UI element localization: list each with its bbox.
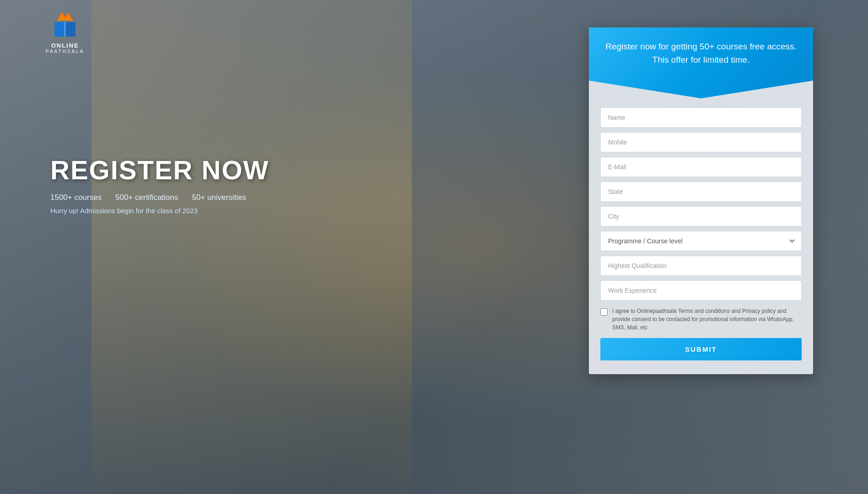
panel-header: Register now for getting 50+ courses fre…: [589, 27, 813, 98]
qualification-input[interactable]: [600, 256, 802, 276]
state-input[interactable]: [600, 182, 802, 202]
terms-checkbox[interactable]: [600, 308, 608, 316]
hero-title: REGISTER NOW: [50, 156, 269, 185]
stat-courses: 1500+ courses: [50, 193, 102, 202]
hero-stats: 1500+ courses 500+ certifications 50+ un…: [50, 193, 269, 202]
person-silhouette-area: [92, 0, 412, 494]
logo-name: ONLINE: [51, 42, 79, 49]
programme-field-wrapper: Programme / Course level Undergraduate P…: [600, 231, 802, 251]
name-field-wrapper: [600, 107, 802, 128]
name-input[interactable]: [600, 107, 802, 128]
submit-button[interactable]: SUBMIT: [600, 338, 802, 360]
logo-icon: [49, 9, 81, 41]
hero-content: REGISTER NOW 1500+ courses 500+ certific…: [50, 156, 269, 215]
experience-field-wrapper: [600, 280, 802, 301]
terms-row: I agree to Onlinepaathsala Terms and con…: [600, 307, 802, 332]
svg-rect-1: [54, 22, 65, 37]
hero-urgency: Hurry up! Admissions begin for the class…: [50, 207, 269, 215]
experience-input[interactable]: [600, 280, 802, 301]
terms-label[interactable]: I agree to Onlinepaathsala Terms and con…: [612, 307, 802, 332]
email-input[interactable]: [600, 157, 802, 177]
stat-certifications: 500+ certifications: [115, 193, 178, 202]
mobile-field-wrapper: [600, 132, 802, 152]
panel-header-text: Register now for getting 50+ courses fre…: [603, 40, 799, 66]
stat-universities: 50+ universities: [192, 193, 247, 202]
programme-select[interactable]: Programme / Course level Undergraduate P…: [600, 231, 802, 251]
logo-area: ONLINE PAATHSALA: [46, 9, 84, 54]
state-field-wrapper: [600, 182, 802, 202]
mobile-input[interactable]: [600, 132, 802, 152]
qualification-field-wrapper: [600, 256, 802, 276]
city-field-wrapper: [600, 206, 802, 226]
email-field-wrapper: [600, 157, 802, 177]
logo-tagline: PAATHSALA: [46, 49, 84, 54]
city-input[interactable]: [600, 206, 802, 226]
registration-panel: Register now for getting 50+ courses fre…: [589, 27, 813, 374]
panel-body: Programme / Course level Undergraduate P…: [589, 98, 813, 374]
